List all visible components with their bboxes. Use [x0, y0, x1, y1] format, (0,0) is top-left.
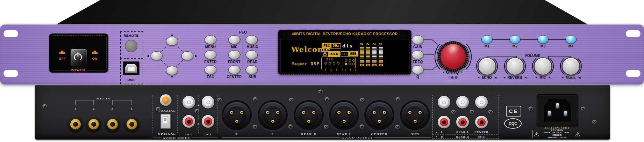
- volume-min-icon: ◄: [561, 76, 564, 79]
- gain-button[interactable]: [412, 35, 424, 44]
- optical-port: [160, 114, 171, 129]
- rca-rear-r-label: REAR-R: [456, 135, 469, 139]
- reverb-knob[interactable]: [506, 57, 524, 75]
- screw: [529, 107, 533, 111]
- mic-status-block: MIC 1 2 3 4 D 1 2: [321, 57, 356, 70]
- esc-button[interactable]: [205, 65, 216, 74]
- rack-slot: [626, 30, 641, 37]
- xlr-output-sub: [402, 102, 428, 128]
- esc-label: ESC: [207, 75, 214, 79]
- zoom-in-icon: ⊕: [451, 75, 455, 80]
- xlr-r-label: R: [235, 132, 238, 136]
- freq-button[interactable]: [412, 50, 424, 59]
- reverb-knob-label: ◄ REVERB ◄): [503, 76, 527, 80]
- nav-up-button[interactable]: [166, 37, 178, 46]
- mic-in-4-jack: [124, 116, 140, 132]
- peq-music-button[interactable]: [246, 35, 258, 44]
- rear-panel: MIC IN 1 2 3 4 COAXIAL OPTICAL IN1 IN2 L…: [35, 85, 610, 140]
- m3-label: M3: [541, 44, 546, 48]
- screw: [360, 125, 364, 129]
- digit-labels: D 1 2: [344, 68, 358, 71]
- power-button[interactable]: [70, 48, 87, 67]
- chassis-top: [0, 0, 644, 27]
- screw: [451, 110, 456, 114]
- screw: [324, 125, 329, 129]
- menu-button[interactable]: [205, 35, 216, 44]
- power-icon: [71, 49, 85, 65]
- display-title: 48BITS DIGITAL REVERB/ECHO KARAOKE PROCE…: [292, 32, 398, 36]
- peq-center-button[interactable]: [228, 65, 240, 74]
- volume-max-icon: ◄): [578, 76, 581, 79]
- nav-down-button[interactable]: [166, 66, 178, 75]
- display-screen: Welcome Super DSP FBC 5Hz dts LOCK USB: [280, 39, 410, 73]
- screw: [360, 98, 365, 103]
- m3-led: [537, 35, 549, 44]
- peq-music-label: MUSIC: [246, 45, 258, 49]
- mic1-number: 1: [74, 107, 77, 110]
- screw: [195, 109, 199, 114]
- volume-header: VOLUME: [525, 54, 541, 58]
- level-meter-m2: M2: [366, 43, 370, 66]
- m1-label: M1: [485, 44, 490, 48]
- xlr-output-r: [223, 102, 250, 128]
- screw: [253, 125, 257, 129]
- in2-left-jack: [202, 96, 214, 109]
- peq-rear-button[interactable]: [246, 50, 258, 59]
- gfq-knob[interactable]: [438, 41, 468, 72]
- nav-left-arrow-icon: ◀: [147, 54, 149, 58]
- rca-out-rear-r-jack: [456, 116, 469, 128]
- xlr-output-l: [259, 102, 286, 128]
- display: 48BITS DIGITAL REVERB/ECHO KARAOKE PROCE…: [278, 30, 412, 75]
- nav-right-button[interactable]: [181, 51, 193, 60]
- peq-sub-button[interactable]: [246, 65, 258, 74]
- volume-max-icon: ◄): [548, 76, 551, 79]
- up-triangle-icon: ▲: [435, 131, 437, 133]
- mic-in-2-jack: [86, 116, 102, 132]
- music-volume-knob[interactable]: [562, 57, 580, 75]
- dsp-name-text: Super DSP: [292, 61, 320, 66]
- in1-right-jack: [183, 115, 195, 128]
- lock-label: LOCK: [328, 52, 339, 57]
- nav-left-button[interactable]: [151, 51, 163, 60]
- xlr-rear-l-label: REAR-L: [337, 132, 352, 136]
- rca-out-sub-jack: [475, 116, 488, 128]
- level-meter-m3: M3: [372, 43, 377, 66]
- level-meters: M1 M2 M3 M4: [359, 43, 383, 66]
- m4-label: M4: [568, 44, 574, 48]
- front-panel: OFF ON POWER REMOTE USB ▲ ▼ ◀ ▶ MENU E: [0, 24, 644, 84]
- volume-min-icon: ◄: [503, 76, 505, 79]
- peq-front-button[interactable]: [228, 50, 240, 59]
- echo-knob-label: ◄ ECHO ◄): [477, 76, 497, 80]
- usb-port: [123, 61, 139, 75]
- fbc-badge: FBC 5Hz: [322, 43, 341, 48]
- cqc-mark: CQC: [504, 118, 522, 129]
- lock-badge: LOCK: [322, 51, 340, 57]
- input-l-label: L: [198, 103, 200, 106]
- enter-button[interactable]: [205, 50, 216, 59]
- rca-out-rear-l-jack: [456, 96, 469, 109]
- rca-r-label: R: [441, 135, 443, 139]
- peq-header: PEQ: [239, 30, 247, 34]
- m4-led: [565, 35, 577, 44]
- mic-volume-knob[interactable]: [534, 57, 552, 75]
- input-r-label: R: [198, 122, 200, 125]
- mic3-number: 3: [112, 107, 114, 110]
- volume-min-icon: ◄: [477, 76, 480, 79]
- caution-text: CAUTION RISK OF ELECTRIC SHOCK DONOT OPE…: [539, 129, 575, 139]
- rca-out-l-jack: [438, 96, 450, 109]
- menu-label: MENU: [205, 45, 216, 49]
- peq-mic-button[interactable]: [228, 35, 240, 44]
- ac-inlet-cup: [544, 99, 571, 121]
- xlr-output-center: [366, 102, 393, 128]
- xlr-output-rear-l: [331, 102, 357, 128]
- echo-knob[interactable]: [478, 57, 496, 75]
- switch-off-icon: [59, 52, 65, 54]
- level-meter-m1: M1: [359, 43, 364, 66]
- freq-label: FREQ: [413, 60, 423, 64]
- xlr-l-label: L: [271, 132, 274, 136]
- screw: [156, 107, 160, 112]
- fbc-label: FBC: [322, 44, 331, 48]
- screw: [319, 90, 323, 94]
- in2-right-jack: [202, 115, 214, 128]
- q-button[interactable]: [412, 65, 424, 74]
